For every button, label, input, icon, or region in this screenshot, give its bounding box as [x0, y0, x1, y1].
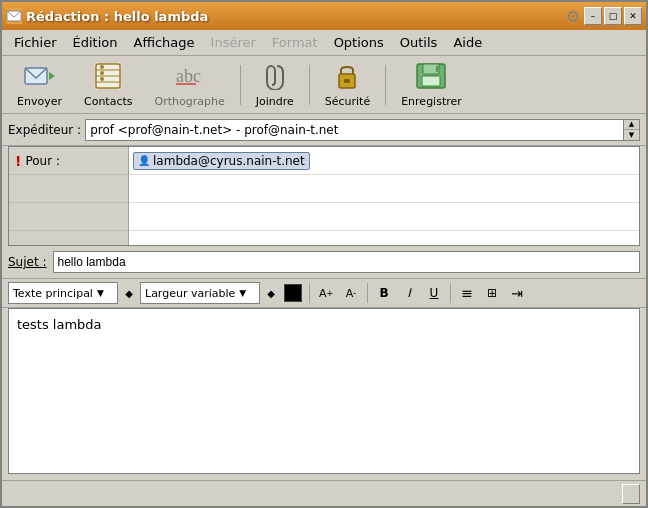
body-area[interactable]: tests lambda [8, 308, 640, 474]
formatting-bar: Texte principal ▼ ◆ Largeur variable ▼ ◆… [2, 278, 646, 308]
decrease-font-button[interactable]: A- [340, 282, 362, 304]
recipient-label-cci [9, 203, 128, 231]
menu-inserer: Insérer [203, 33, 264, 52]
toolbar-sep-2 [309, 65, 310, 105]
svg-rect-13 [344, 79, 350, 83]
maximize-button[interactable]: □ [604, 7, 622, 25]
font-spinner-up[interactable]: ◆ [263, 282, 279, 304]
bold-button[interactable]: B [373, 282, 395, 304]
joindre-icon [259, 62, 291, 93]
svg-rect-16 [422, 76, 440, 86]
menu-format: Format [264, 33, 326, 52]
recipient-email: lambda@cyrus.nain-t.net [153, 154, 305, 168]
svg-point-8 [100, 77, 104, 81]
pour-label: Pour : [25, 154, 60, 168]
contact-icon: 👤 [138, 155, 150, 166]
menu-options[interactable]: Options [326, 33, 392, 52]
format-sep-2 [367, 283, 368, 303]
sender-label: Expéditeur : [8, 123, 81, 137]
menubar: Fichier Édition Affichage Insérer Format… [2, 30, 646, 56]
window-title: Rédaction : hello lambda [26, 9, 208, 24]
svg-marker-2 [49, 72, 55, 80]
statusbar [2, 480, 646, 506]
enregistrer-icon [415, 62, 447, 93]
list-unordered-button[interactable]: ≡ [456, 282, 478, 304]
style-spinner-up[interactable]: ◆ [121, 282, 137, 304]
style-dropdown[interactable]: Texte principal ▼ [8, 282, 118, 304]
menu-affichage[interactable]: Affichage [125, 33, 202, 52]
menu-outils[interactable]: Outils [392, 33, 446, 52]
toolbar-sep-3 [385, 65, 386, 105]
envoyer-label: Envoyer [17, 95, 62, 108]
increase-font-button[interactable]: A+ [315, 282, 337, 304]
main-window: Rédaction : hello lambda ⚙ – □ ✕ Fichier… [0, 0, 648, 508]
securite-icon [331, 62, 363, 93]
contacts-label: Contacts [84, 95, 133, 108]
recipient-fields: 👤 lambda@cyrus.nain-t.net [129, 147, 639, 245]
enregistrer-button[interactable]: Enregistrer [392, 60, 471, 110]
font-dropdown-label: Largeur variable [145, 287, 235, 300]
recipient-field-cc[interactable] [129, 175, 639, 203]
priority-icon: ! [15, 153, 21, 169]
recipient-field-cci[interactable] [129, 203, 639, 231]
app-icon [6, 8, 22, 24]
underline-button[interactable]: U [423, 282, 445, 304]
orthographe-label: Orthographe [155, 95, 225, 108]
window-controls: – □ ✕ [584, 7, 642, 25]
joindre-label: Joindre [256, 95, 294, 108]
enregistrer-label: Enregistrer [401, 95, 462, 108]
sender-bar: Expéditeur : prof <prof@nain-t.net> - pr… [2, 114, 646, 146]
sender-value[interactable]: prof <prof@nain-t.net> - prof@nain-t.net [85, 119, 624, 141]
style-dropdown-arrow: ▼ [97, 288, 104, 298]
subject-bar: Sujet : [2, 246, 646, 278]
recipient-field-pour[interactable]: 👤 lambda@cyrus.nain-t.net [129, 147, 639, 175]
recipient-label-pour: ! Pour : [9, 147, 128, 175]
contacts-button[interactable]: Contacts [75, 60, 142, 110]
format-sep-1 [309, 283, 310, 303]
indent-button[interactable]: ⇥ [506, 282, 528, 304]
menu-fichier[interactable]: Fichier [6, 33, 65, 52]
font-dropdown[interactable]: Largeur variable ▼ [140, 282, 260, 304]
recipient-labels: ! Pour : [9, 147, 129, 245]
font-dropdown-arrow: ▼ [239, 288, 246, 298]
recipients-area: ! Pour : 👤 lambda@cyrus.nain-t.net [8, 146, 640, 246]
recipient-label-cc [9, 175, 128, 203]
minimize-button[interactable]: – [584, 7, 602, 25]
envoyer-button[interactable]: Envoyer [8, 60, 71, 110]
menu-edition[interactable]: Édition [65, 33, 126, 52]
toolbar: Envoyer Contacts abc [2, 56, 646, 114]
sender-spinner[interactable]: ▲ ▼ [624, 119, 640, 141]
close-button[interactable]: ✕ [624, 7, 642, 25]
securite-button[interactable]: Sécurité [316, 60, 379, 110]
italic-button[interactable]: I [398, 282, 420, 304]
title-bar: Rédaction : hello lambda ⚙ – □ ✕ [2, 2, 646, 30]
subject-label: Sujet : [8, 255, 47, 269]
recipient-chip-lambda[interactable]: 👤 lambda@cyrus.nain-t.net [133, 152, 310, 170]
spinner-up[interactable]: ▲ [624, 120, 639, 131]
title-bar-left: Rédaction : hello lambda [6, 8, 208, 24]
svg-point-7 [100, 71, 104, 75]
body-content: tests lambda [17, 317, 102, 332]
format-sep-3 [450, 283, 451, 303]
list-ordered-button[interactable]: ⊞ [481, 282, 503, 304]
envoyer-icon [23, 62, 55, 93]
toolbar-sep-1 [240, 65, 241, 105]
font-color-button[interactable] [284, 284, 302, 302]
statusbar-button[interactable] [622, 484, 640, 504]
svg-point-9 [100, 65, 104, 69]
orthographe-icon: abc [174, 62, 206, 93]
orthographe-button[interactable]: abc Orthographe [146, 60, 234, 110]
spinner-down[interactable]: ▼ [624, 130, 639, 140]
securite-label: Sécurité [325, 95, 370, 108]
menu-aide[interactable]: Aide [445, 33, 490, 52]
contacts-icon [92, 62, 124, 93]
joindre-button[interactable]: Joindre [247, 60, 303, 110]
settings-icon: ⚙ [566, 7, 580, 26]
subject-input[interactable] [53, 251, 640, 273]
style-dropdown-label: Texte principal [13, 287, 93, 300]
